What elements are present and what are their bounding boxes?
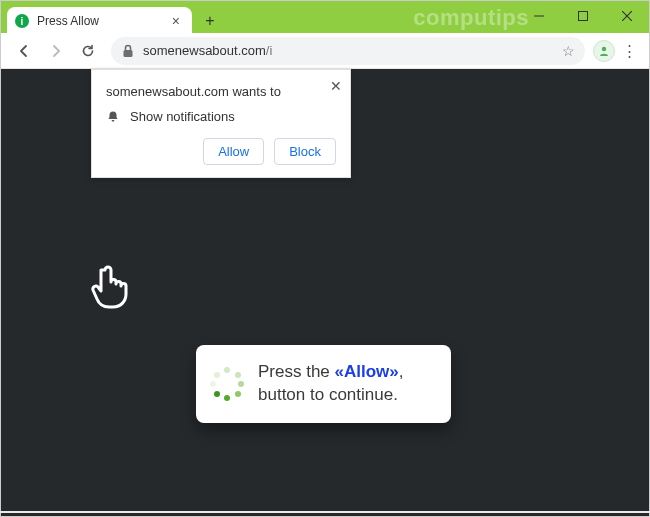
reload-button[interactable] [73,36,103,66]
permission-actions: Allow Block [106,138,336,165]
maximize-icon [578,11,588,21]
svg-rect-4 [124,50,133,57]
permission-origin-text: somenewsabout.com wants to [106,84,336,99]
new-tab-button[interactable]: + [198,9,222,33]
allow-button[interactable]: Allow [203,138,264,165]
bell-icon [106,110,120,124]
permission-item-label: Show notifications [130,109,235,124]
press-text-line2: button to continue. [258,385,398,404]
page-content: ✕ somenewsabout.com wants to Show notifi… [1,69,649,516]
press-allow-text: Press the «Allow», button to continue. [258,361,404,407]
watermark-text: computips [413,5,529,31]
browser-tab[interactable]: i Press Allow × [7,7,192,35]
profile-avatar[interactable] [593,40,615,62]
press-text-suffix: , [399,362,404,381]
url-host: somenewsabout.com [143,43,266,58]
info-icon: i [15,14,29,28]
url-path: /i [266,43,273,58]
url-text: somenewsabout.com/i [143,43,554,58]
popup-close-button[interactable]: ✕ [330,78,342,94]
window-controls [517,1,649,31]
close-icon [622,11,632,21]
press-text-strong: «Allow» [335,362,399,381]
browser-menu-button[interactable]: ⋮ [617,36,641,66]
press-allow-card: Press the «Allow», button to continue. [196,345,451,423]
block-button[interactable]: Block [274,138,336,165]
footer-divider [0,511,650,513]
svg-rect-6 [112,120,115,122]
minimize-icon [534,11,544,21]
notification-permission-popup: ✕ somenewsabout.com wants to Show notifi… [91,69,351,178]
reload-icon [80,43,96,59]
forward-button[interactable] [41,36,71,66]
spinner-icon [210,367,244,401]
maximize-button[interactable] [561,1,605,31]
svg-rect-1 [579,12,588,21]
minimize-button[interactable] [517,1,561,31]
lock-icon [121,44,135,58]
arrow-right-icon [48,43,64,59]
bookmark-star-icon[interactable]: ☆ [562,43,575,59]
address-bar[interactable]: somenewsabout.com/i ☆ [111,37,585,65]
svg-point-5 [602,46,606,50]
browser-window: i Press Allow × + computips [0,0,650,517]
arrow-left-icon [16,43,32,59]
tab-title: Press Allow [37,14,162,28]
avatar-icon [597,44,611,58]
close-tab-icon[interactable]: × [170,13,182,29]
press-text-prefix: Press the [258,362,335,381]
back-button[interactable] [9,36,39,66]
pointer-hand-icon [89,264,131,316]
permission-item: Show notifications [106,109,336,124]
close-window-button[interactable] [605,1,649,31]
browser-toolbar: somenewsabout.com/i ☆ ⋮ [1,33,649,69]
title-bar: i Press Allow × + computips [1,1,649,33]
